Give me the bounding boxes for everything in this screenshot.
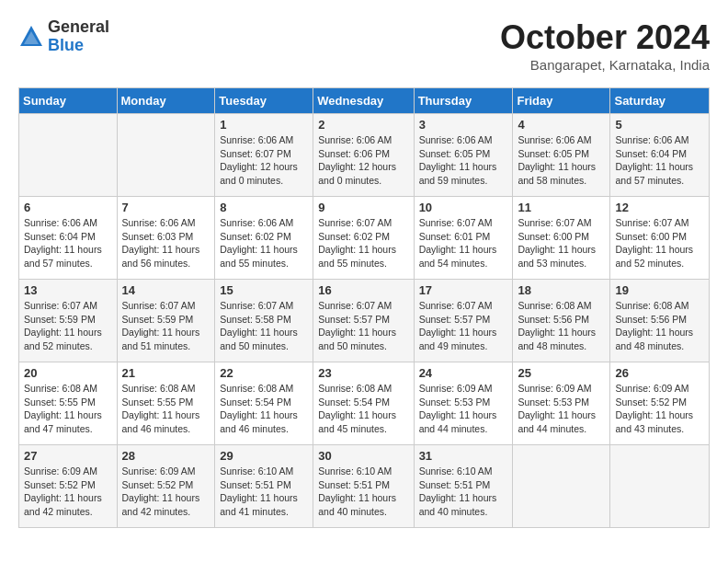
day-info: Sunrise: 6:07 AM Sunset: 5:58 PM Dayligh…	[220, 299, 308, 353]
day-info: Sunrise: 6:08 AM Sunset: 5:54 PM Dayligh…	[318, 382, 408, 436]
week-row-4: 20Sunrise: 6:08 AM Sunset: 5:55 PM Dayli…	[19, 362, 710, 445]
day-info: Sunrise: 6:07 AM Sunset: 5:59 PM Dayligh…	[122, 299, 210, 353]
day-cell: 30Sunrise: 6:10 AM Sunset: 5:51 PM Dayli…	[313, 445, 414, 528]
day-cell: 16Sunrise: 6:07 AM Sunset: 5:57 PM Dayli…	[313, 280, 414, 362]
day-info: Sunrise: 6:07 AM Sunset: 5:59 PM Dayligh…	[24, 299, 112, 353]
week-row-1: 1Sunrise: 6:06 AM Sunset: 6:07 PM Daylig…	[19, 114, 710, 197]
day-number: 17	[419, 283, 508, 297]
header-sunday: Sunday	[19, 88, 118, 114]
header-tuesday: Tuesday	[215, 88, 313, 114]
day-cell: 7Sunrise: 6:06 AM Sunset: 6:03 PM Daylig…	[117, 197, 215, 280]
day-cell: 17Sunrise: 6:07 AM Sunset: 5:57 PM Dayli…	[414, 280, 513, 362]
header-saturday: Saturday	[610, 88, 710, 114]
day-cell: 12Sunrise: 6:07 AM Sunset: 6:00 PM Dayli…	[610, 197, 710, 280]
day-cell: 4Sunrise: 6:06 AM Sunset: 6:05 PM Daylig…	[513, 114, 610, 197]
day-cell: 10Sunrise: 6:07 AM Sunset: 6:01 PM Dayli…	[414, 197, 513, 280]
day-info: Sunrise: 6:07 AM Sunset: 6:00 PM Dayligh…	[518, 216, 605, 270]
day-cell: 25Sunrise: 6:09 AM Sunset: 5:53 PM Dayli…	[513, 362, 610, 445]
day-info: Sunrise: 6:08 AM Sunset: 5:56 PM Dayligh…	[518, 299, 605, 353]
day-cell: 23Sunrise: 6:08 AM Sunset: 5:54 PM Dayli…	[313, 362, 414, 445]
day-number: 24	[419, 366, 508, 380]
calendar-table: SundayMondayTuesdayWednesdayThursdayFrid…	[18, 87, 710, 528]
day-info: Sunrise: 6:06 AM Sunset: 6:05 PM Dayligh…	[518, 133, 605, 188]
day-number: 23	[318, 366, 408, 380]
day-info: Sunrise: 6:09 AM Sunset: 5:53 PM Dayligh…	[518, 382, 605, 436]
day-info: Sunrise: 6:07 AM Sunset: 5:57 PM Dayligh…	[318, 299, 408, 353]
day-info: Sunrise: 6:06 AM Sunset: 6:05 PM Dayligh…	[419, 133, 508, 188]
day-number: 30	[318, 449, 408, 463]
day-cell	[117, 114, 215, 197]
title-block: October 2024 Bangarapet, Karnataka, Indi…	[500, 18, 710, 73]
day-cell	[19, 114, 118, 197]
day-info: Sunrise: 6:06 AM Sunset: 6:04 PM Dayligh…	[24, 216, 112, 270]
day-number: 20	[24, 366, 112, 380]
day-number: 19	[615, 283, 704, 297]
header-thursday: Thursday	[414, 88, 513, 114]
day-info: Sunrise: 6:06 AM Sunset: 6:02 PM Dayligh…	[220, 216, 308, 270]
logo-text: General Blue	[48, 18, 109, 55]
day-info: Sunrise: 6:09 AM Sunset: 5:52 PM Dayligh…	[615, 382, 704, 436]
day-cell: 6Sunrise: 6:06 AM Sunset: 6:04 PM Daylig…	[19, 197, 118, 280]
day-number: 26	[615, 366, 704, 380]
header-monday: Monday	[117, 88, 215, 114]
day-info: Sunrise: 6:06 AM Sunset: 6:06 PM Dayligh…	[318, 133, 408, 188]
day-info: Sunrise: 6:09 AM Sunset: 5:53 PM Dayligh…	[419, 382, 508, 436]
day-cell: 1Sunrise: 6:06 AM Sunset: 6:07 PM Daylig…	[215, 114, 313, 197]
day-cell: 18Sunrise: 6:08 AM Sunset: 5:56 PM Dayli…	[513, 280, 610, 362]
month-title: October 2024	[500, 18, 710, 57]
day-info: Sunrise: 6:10 AM Sunset: 5:51 PM Dayligh…	[419, 465, 508, 519]
day-number: 27	[24, 449, 112, 463]
day-cell: 9Sunrise: 6:07 AM Sunset: 6:02 PM Daylig…	[313, 197, 414, 280]
day-cell	[513, 445, 610, 528]
day-cell: 14Sunrise: 6:07 AM Sunset: 5:59 PM Dayli…	[117, 280, 215, 362]
week-row-3: 13Sunrise: 6:07 AM Sunset: 5:59 PM Dayli…	[19, 280, 710, 362]
day-number: 9	[318, 201, 408, 214]
day-info: Sunrise: 6:07 AM Sunset: 5:57 PM Dayligh…	[419, 299, 508, 353]
day-number: 5	[615, 118, 704, 132]
day-number: 31	[419, 449, 508, 463]
logo-general-label: General	[48, 18, 109, 37]
day-cell: 21Sunrise: 6:08 AM Sunset: 5:55 PM Dayli…	[117, 362, 215, 445]
day-cell	[610, 445, 710, 528]
day-number: 1	[220, 118, 308, 132]
day-cell: 27Sunrise: 6:09 AM Sunset: 5:52 PM Dayli…	[19, 445, 118, 528]
day-number: 3	[419, 118, 508, 132]
day-cell: 13Sunrise: 6:07 AM Sunset: 5:59 PM Dayli…	[19, 280, 118, 362]
day-info: Sunrise: 6:08 AM Sunset: 5:54 PM Dayligh…	[220, 382, 308, 436]
day-number: 29	[220, 449, 308, 463]
day-number: 2	[318, 118, 408, 132]
day-number: 28	[122, 449, 210, 463]
day-cell: 3Sunrise: 6:06 AM Sunset: 6:05 PM Daylig…	[414, 114, 513, 197]
day-info: Sunrise: 6:06 AM Sunset: 6:04 PM Dayligh…	[615, 133, 704, 188]
day-cell: 24Sunrise: 6:09 AM Sunset: 5:53 PM Dayli…	[414, 362, 513, 445]
day-info: Sunrise: 6:06 AM Sunset: 6:03 PM Dayligh…	[122, 216, 210, 270]
day-info: Sunrise: 6:07 AM Sunset: 6:02 PM Dayligh…	[318, 216, 408, 270]
day-cell: 22Sunrise: 6:08 AM Sunset: 5:54 PM Dayli…	[215, 362, 313, 445]
day-cell: 31Sunrise: 6:10 AM Sunset: 5:51 PM Dayli…	[414, 445, 513, 528]
day-cell: 5Sunrise: 6:06 AM Sunset: 6:04 PM Daylig…	[610, 114, 710, 197]
day-number: 10	[419, 201, 508, 214]
day-number: 14	[122, 283, 210, 297]
logo: General Blue	[18, 18, 109, 55]
day-info: Sunrise: 6:08 AM Sunset: 5:55 PM Dayligh…	[24, 382, 112, 436]
day-number: 21	[122, 366, 210, 380]
week-row-5: 27Sunrise: 6:09 AM Sunset: 5:52 PM Dayli…	[19, 445, 710, 528]
header-wednesday: Wednesday	[313, 88, 414, 114]
day-info: Sunrise: 6:07 AM Sunset: 6:00 PM Dayligh…	[615, 216, 704, 270]
day-number: 6	[24, 201, 112, 214]
day-info: Sunrise: 6:09 AM Sunset: 5:52 PM Dayligh…	[24, 465, 112, 519]
day-number: 11	[518, 201, 605, 214]
day-cell: 8Sunrise: 6:06 AM Sunset: 6:02 PM Daylig…	[215, 197, 313, 280]
day-cell: 29Sunrise: 6:10 AM Sunset: 5:51 PM Dayli…	[215, 445, 313, 528]
logo-blue-label: Blue	[48, 37, 109, 55]
day-cell: 28Sunrise: 6:09 AM Sunset: 5:52 PM Dayli…	[117, 445, 215, 528]
location: Bangarapet, Karnataka, India	[500, 57, 710, 73]
day-info: Sunrise: 6:08 AM Sunset: 5:56 PM Dayligh…	[615, 299, 704, 353]
day-number: 13	[24, 283, 112, 297]
day-cell: 26Sunrise: 6:09 AM Sunset: 5:52 PM Dayli…	[610, 362, 710, 445]
header-row: SundayMondayTuesdayWednesdayThursdayFrid…	[19, 88, 710, 114]
day-number: 25	[518, 366, 605, 380]
day-number: 7	[122, 201, 210, 214]
day-number: 15	[220, 283, 308, 297]
day-cell: 2Sunrise: 6:06 AM Sunset: 6:06 PM Daylig…	[313, 114, 414, 197]
